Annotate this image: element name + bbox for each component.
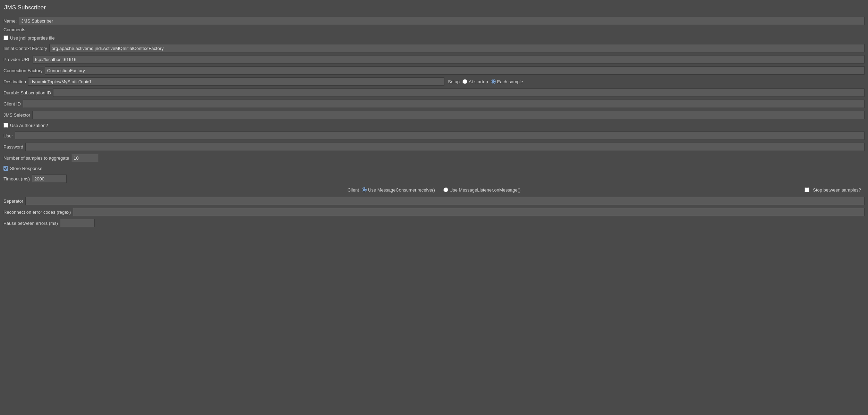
client-radio-group: Use MessageConsumer.receive() Use Messag… [362,187,520,193]
jms-subscriber-panel: JMS Subscriber Name: Comments: Use jndi.… [0,0,868,232]
panel-title: JMS Subscriber [3,3,865,12]
num-samples-row: Number of samples to aggregate [3,153,865,163]
num-samples-label: Number of samples to aggregate [3,155,69,161]
reconnect-input[interactable] [73,208,865,216]
use-jndi-label: Use jndi.properties file [10,35,55,41]
client-id-row: Client ID [3,99,865,109]
use-jndi-row: Use jndi.properties file [3,34,865,42]
stop-between-label: Stop between samples? [813,187,861,193]
jms-selector-input[interactable] [32,111,865,119]
client-id-label: Client ID [3,101,21,107]
name-label: Name: [3,18,17,24]
use-message-listener-label: Use MessageListener.onMessage() [450,187,521,193]
setup-group: Setup At startup Each sample [448,79,523,84]
durable-subscription-id-row: Durable Subscription ID [3,88,865,98]
separator-row: Separator [3,196,865,206]
at-startup-option: At startup [462,79,488,84]
store-response-label: Store Response [10,166,42,171]
comments-row: Comments: [3,27,865,32]
durable-subscription-id-input[interactable] [53,88,865,97]
timeout-label: Timeout (ms) [3,176,30,181]
destination-input[interactable] [28,77,444,86]
num-samples-input[interactable] [71,154,99,162]
each-sample-radio[interactable] [491,79,496,84]
each-sample-option: Each sample [491,79,523,84]
setup-radio-group: At startup Each sample [462,79,523,84]
use-message-consumer-option: Use MessageConsumer.receive() [362,187,435,193]
client-row: Client Use MessageConsumer.receive() Use… [3,185,865,195]
separator-label: Separator [3,198,23,204]
initial-context-factory-row: Initial Context Factory [3,43,865,53]
password-input[interactable] [25,143,865,151]
initial-context-factory-label: Initial Context Factory [3,46,47,51]
pause-between-input[interactable] [60,219,95,227]
connection-factory-row: Connection Factory [3,66,865,75]
initial-context-factory-input[interactable] [49,44,865,52]
at-startup-label: At startup [469,79,488,84]
use-message-listener-radio[interactable] [443,187,448,192]
pause-between-row: Pause between errors (ms) [3,218,865,228]
each-sample-label: Each sample [497,79,523,84]
provider-url-input[interactable] [33,55,865,63]
name-input[interactable] [19,17,865,25]
name-row: Name: [3,16,865,26]
use-authorization-checkbox[interactable] [3,123,8,128]
client-id-input[interactable] [23,100,865,108]
destination-label: Destination [3,79,26,84]
timeout-input[interactable] [32,175,67,183]
connection-factory-label: Connection Factory [3,68,43,73]
durable-subscription-id-label: Durable Subscription ID [3,90,51,95]
setup-label: Setup [448,79,460,84]
use-authorization-row: Use Authorization? [3,121,865,129]
separator-input[interactable] [25,197,865,205]
connection-factory-input[interactable] [45,66,865,75]
stop-between-group: Stop between samples? [805,187,861,193]
timeout-row: Timeout (ms) [3,174,865,184]
jms-selector-row: JMS Selector [3,110,865,120]
user-label: User [3,133,13,138]
use-message-consumer-label: Use MessageConsumer.receive() [368,187,435,193]
client-label: Client [348,187,359,193]
destination-row: Destination Setup At startup Each sample [3,77,865,86]
store-response-checkbox[interactable] [3,166,8,171]
password-label: Password [3,144,23,150]
provider-url-label: Provider URL [3,57,31,62]
use-message-listener-option: Use MessageListener.onMessage() [443,187,521,193]
store-response-row: Store Response [3,164,865,172]
comments-label: Comments: [3,27,26,32]
reconnect-row: Reconnect on error codes (regex) [3,207,865,217]
password-row: Password [3,142,865,152]
user-row: User [3,131,865,141]
use-authorization-label: Use Authorization? [10,123,48,128]
pause-between-label: Pause between errors (ms) [3,221,58,226]
reconnect-label: Reconnect on error codes (regex) [3,210,71,215]
user-input[interactable] [15,132,865,140]
stop-between-checkbox[interactable] [805,187,809,192]
at-startup-radio[interactable] [462,79,467,84]
use-message-consumer-radio[interactable] [362,187,367,192]
provider-url-row: Provider URL [3,54,865,64]
jms-selector-label: JMS Selector [3,112,30,118]
use-jndi-checkbox[interactable] [3,35,8,40]
